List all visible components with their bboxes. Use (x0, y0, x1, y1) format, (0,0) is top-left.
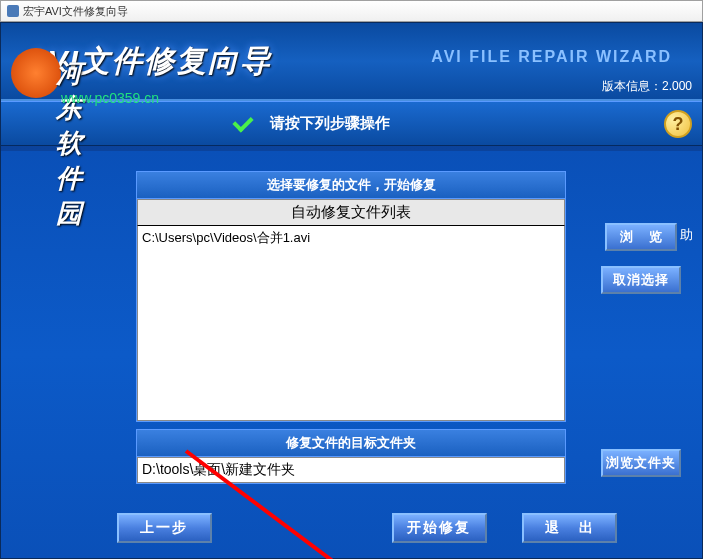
panel2-header: 修复文件的目标文件夹 (137, 430, 565, 457)
button-group-right: 开始修复 退 出 (392, 513, 617, 543)
dest-panel: 修复文件的目标文件夹 (136, 429, 566, 484)
app-window: 河东软件园 www.pc0359.cn AVI文件修复向导 AVI FILE R… (0, 22, 703, 559)
file-select-panel: 选择要修复的文件，开始修复 自动修复文件列表 C:\Users\pc\Video… (136, 171, 566, 422)
window-title: 宏宇AVI文件修复向导 (23, 4, 128, 19)
window-titlebar: 宏宇AVI文件修复向导 (0, 0, 703, 22)
bottom-button-bar: 上一步 开始修复 退 出 (1, 513, 702, 543)
header: AVI文件修复向导 AVI FILE REPAIR WIZARD 版本信息：2.… (1, 23, 702, 101)
dest-path-input[interactable] (137, 457, 565, 483)
sub-title: AVI FILE REPAIR WIZARD (431, 48, 672, 66)
content-area: 帮 助 选择要修复的文件，开始修复 自动修复文件列表 C:\Users\pc\V… (1, 151, 702, 558)
instruction-text: 请按下列步骤操作 (270, 114, 390, 133)
prev-button[interactable]: 上一步 (117, 513, 212, 543)
exit-button[interactable]: 退 出 (522, 513, 617, 543)
browse-folder-button[interactable]: 浏览文件夹 (601, 449, 681, 477)
cancel-select-button[interactable]: 取消选择 (601, 266, 681, 294)
main-title: AVI文件修复向导 (26, 41, 272, 82)
version-info: 版本信息：2.000 (602, 78, 692, 95)
file-list-header: 自动修复文件列表 (137, 199, 565, 226)
list-item[interactable]: C:\Users\pc\Videos\合并1.avi (142, 228, 560, 248)
app-icon (7, 5, 19, 17)
file-list[interactable]: C:\Users\pc\Videos\合并1.avi (137, 226, 565, 421)
browse-button[interactable]: 浏 览 (605, 223, 677, 251)
help-icon[interactable]: ? (664, 110, 692, 138)
instruction-bar: 请按下列步骤操作 ? (1, 101, 702, 146)
panel1-header: 选择要修复的文件，开始修复 (137, 172, 565, 199)
check-icon (231, 115, 255, 133)
start-repair-button[interactable]: 开始修复 (392, 513, 487, 543)
